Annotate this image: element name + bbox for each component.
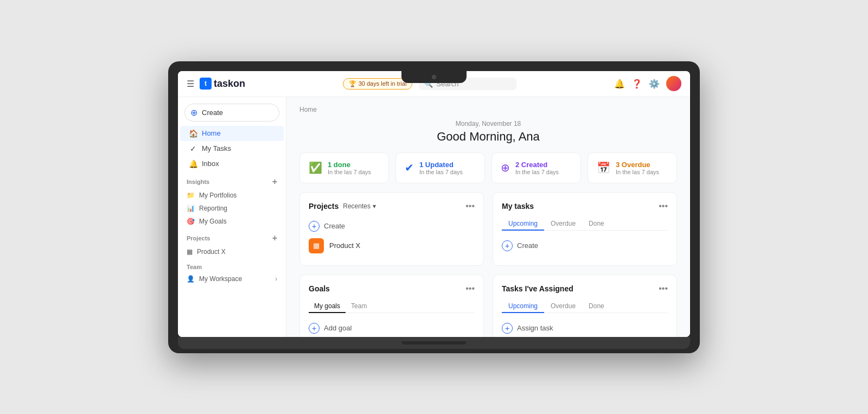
create-button[interactable]: ⊕ Create (184, 104, 279, 122)
stat-card-overdue: 📅 3 Overdue In the las 7 days (588, 152, 677, 183)
my-tasks-create-label: Create (517, 241, 538, 250)
sidebar-item-productx[interactable]: ▦ Product X (178, 245, 286, 258)
updated-stat-number: 1 Updated (419, 161, 463, 169)
laptop-foot-right (641, 349, 674, 353)
recentes-chevron-icon: ▾ (373, 202, 376, 210)
sidebar-item-reporting[interactable]: 📊 Reporting (178, 202, 286, 215)
workspace-label: My Workspace (199, 275, 242, 283)
main-layout: ⊕ Create 🏠 Home ✓ My Tasks 🔔 Inbox (178, 97, 690, 337)
assign-task-plus-icon: + (502, 323, 513, 334)
sidebar-item-home[interactable]: 🏠 Home (180, 126, 284, 141)
goals-card: Goals ••• My goals Team + Add goal (299, 275, 484, 337)
add-goal-plus-icon: + (309, 323, 320, 334)
sidebar-item-workspace[interactable]: 👤 My Workspace › (178, 272, 286, 285)
sidebar-item-tasks-label: My Tasks (202, 144, 231, 152)
app-container: ☰ t taskon 🏆 30 days left in trial 🔍 (178, 71, 690, 337)
projects-section-label: Projects (187, 235, 210, 241)
sidebar-item-my-tasks[interactable]: ✓ My Tasks (180, 141, 284, 156)
my-tasks-create-plus-icon: + (502, 240, 513, 251)
goals-card-title: Goals (309, 284, 330, 293)
goals-tab-team[interactable]: Team (346, 300, 372, 313)
topbar-right: 🔔 ❓ ⚙️ (614, 76, 681, 91)
projects-section-header: Projects + (178, 228, 286, 245)
laptop-screen: ☰ t taskon 🏆 30 days left in trial 🔍 (178, 71, 690, 337)
projects-create-plus-icon: + (309, 221, 320, 232)
sidebar-item-goals[interactable]: 🎯 My Goals (178, 215, 286, 228)
projects-card-title: Projects (309, 202, 339, 211)
portfolios-label: My Portfolios (199, 192, 237, 199)
assigned-tab-overdue[interactable]: Overdue (544, 300, 582, 313)
assigned-more-button[interactable]: ••• (659, 284, 668, 294)
done-stat-icon: ✅ (309, 161, 322, 174)
goals-tabs: My goals Team (309, 300, 475, 313)
created-stat-icon: ⊕ (501, 161, 510, 174)
portfolios-icon: 📁 (187, 192, 195, 199)
goals-tab-mygoals[interactable]: My goals (309, 300, 346, 313)
my-tasks-card: My tasks ••• Upcoming Overdue Done + Cre… (493, 192, 677, 266)
camera (432, 75, 436, 79)
stats-row: ✅ 1 done In the las 7 days ✔ 1 Updated I… (299, 152, 677, 183)
laptop-foot-left (194, 349, 227, 353)
sidebar-item-portfolios[interactable]: 📁 My Portfolios (178, 189, 286, 202)
productx-project-name: Product X (329, 241, 360, 250)
created-stat-number: 2 Created (515, 161, 559, 169)
team-section-header: Team (178, 258, 286, 272)
page-date: Monday, November 18 (299, 120, 677, 128)
laptop-base (178, 337, 690, 349)
goals-label: My Goals (199, 218, 227, 225)
stat-card-created: ⊕ 2 Created In the las 7 days (492, 152, 581, 183)
my-tasks-tab-overdue[interactable]: Overdue (544, 218, 582, 231)
my-tasks-create-button[interactable]: + Create (502, 237, 668, 254)
assigned-tab-upcoming[interactable]: Upcoming (502, 300, 544, 313)
add-goal-button[interactable]: + Add goal (309, 320, 475, 337)
bell-icon[interactable]: 🔔 (614, 79, 625, 89)
insights-add-icon[interactable]: + (272, 177, 277, 187)
trial-text: 30 days left in trial (359, 80, 407, 87)
sidebar-item-inbox[interactable]: 🔔 Inbox (180, 156, 284, 171)
reporting-icon: 📊 (187, 205, 195, 212)
productx-icon: ▦ (187, 248, 193, 256)
projects-create-button[interactable]: + Create (309, 218, 475, 235)
breadcrumb: Home (299, 106, 677, 113)
insights-label: Insights (187, 179, 209, 185)
assigned-tab-done[interactable]: Done (582, 300, 611, 313)
goals-card-header: Goals ••• (309, 284, 475, 294)
workspace-arrow-icon: › (275, 275, 277, 283)
goals-more-button[interactable]: ••• (465, 284, 475, 294)
stat-card-done: ✅ 1 done In the las 7 days (299, 152, 389, 183)
my-tasks-card-header: My tasks ••• (502, 201, 668, 211)
avatar[interactable] (666, 76, 681, 91)
help-icon[interactable]: ❓ (631, 79, 642, 89)
done-stat-number: 1 done (328, 161, 371, 169)
assign-task-label: Assign task (517, 324, 553, 332)
projects-more-button[interactable]: ••• (465, 201, 475, 211)
stat-card-updated: ✔ 1 Updated In the las 7 days (395, 152, 485, 183)
sidebar: ⊕ Create 🏠 Home ✓ My Tasks 🔔 Inbox (178, 97, 286, 337)
my-tasks-tab-done[interactable]: Done (582, 218, 611, 231)
topbar-left: ☰ t taskon (187, 78, 245, 90)
updated-stat-label: In the las 7 days (419, 169, 463, 175)
recentes-button[interactable]: Recentes ▾ (343, 202, 376, 210)
productx-project-icon: ▦ (309, 238, 324, 253)
project-list-item[interactable]: ▦ Product X (309, 235, 475, 257)
hamburger-icon[interactable]: ☰ (187, 79, 194, 89)
insights-section-header: Insights + (178, 171, 286, 189)
add-goal-label: Add goal (324, 324, 352, 332)
overdue-stat-icon: 📅 (597, 161, 610, 174)
settings-icon[interactable]: ⚙️ (649, 79, 660, 89)
laptop-frame: ☰ t taskon 🏆 30 days left in trial 🔍 (168, 61, 700, 353)
laptop-feet (178, 349, 690, 353)
dashboard-grid: Projects Recentes ▾ ••• + C (299, 192, 677, 337)
assigned-card-header: Tasks I've Assigned ••• (502, 284, 668, 294)
my-tasks-tab-upcoming[interactable]: Upcoming (502, 218, 544, 231)
projects-add-icon[interactable]: + (272, 233, 277, 243)
my-tasks-more-button[interactable]: ••• (659, 201, 668, 211)
projects-card-header: Projects Recentes ▾ ••• (309, 201, 475, 211)
assigned-tasks-card: Tasks I've Assigned ••• Upcoming Overdue… (493, 275, 677, 337)
created-stat-label: In the las 7 days (515, 169, 559, 175)
updated-stat-icon: ✔ (405, 161, 414, 174)
projects-card: Projects Recentes ▾ ••• + C (299, 192, 484, 266)
assign-task-button[interactable]: + Assign task (502, 320, 668, 337)
logo: t taskon (200, 78, 245, 90)
laptop-hinge (401, 341, 467, 345)
